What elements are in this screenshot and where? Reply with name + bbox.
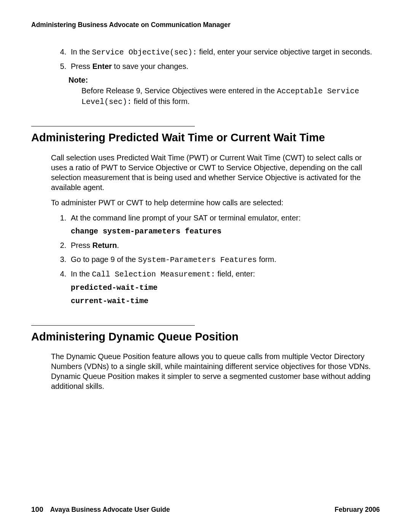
- step-5-bold: Enter: [92, 62, 112, 70]
- s1-step-3-suffix: form.: [257, 255, 276, 264]
- page-content: Administering Business Advocate on Commu…: [31, 21, 380, 396]
- running-head: Administering Business Advocate on Commu…: [31, 21, 380, 29]
- step-4-mono: Service Objective(sec):: [92, 48, 197, 57]
- footer-left: 100 Avaya Business Advocate User Guide: [31, 505, 170, 514]
- section1-title: Administering Predicted Wait Time or Cur…: [31, 131, 380, 144]
- section-rule-1: [31, 126, 195, 126]
- step-4: In the Service Objective(sec): field, en…: [68, 47, 380, 58]
- footer-date: February 2006: [335, 506, 380, 514]
- s1-step-4-cmd1: predicted-wait-time: [71, 283, 380, 293]
- s1-step-4-mono: Call Selection Measurement:: [92, 270, 215, 279]
- section2-para1: The Dynamic Queue Position feature allow…: [51, 351, 380, 391]
- section-rule-2: [31, 325, 195, 326]
- section2-title: Administering Dynamic Queue Position: [31, 330, 380, 343]
- step-5-after: to save your changes.: [112, 62, 188, 70]
- note-after-mono: field of this form.: [132, 97, 190, 105]
- s1-step-2-before: Press: [71, 241, 92, 249]
- section1-body: Call selection uses Predicted Wait Time …: [51, 153, 380, 306]
- s1-step-1-text: At the command line prompt of your SAT o…: [71, 214, 301, 222]
- intro-steps-block: In the Service Objective(sec): field, en…: [51, 47, 380, 72]
- s1-step-4-cmd2: current-wait-time: [71, 296, 380, 306]
- section1-para1: Call selection uses Predicted Wait Time …: [51, 153, 380, 192]
- note-before-mono: Before Release 9, Service Objectives wer…: [81, 86, 277, 95]
- s1-step-2: Press Return.: [68, 240, 380, 251]
- section1-para2: To administer PWT or CWT to help determi…: [51, 198, 380, 208]
- s1-step-2-bold: Return: [92, 241, 117, 249]
- s1-step-4: In the Call Selection Measurement: field…: [68, 269, 380, 306]
- s1-step-3-mono: System-Parameters Features: [138, 256, 257, 264]
- step-4-prefix: In the: [71, 48, 92, 56]
- step-5: Press Enter to save your changes.: [68, 61, 380, 72]
- step-4-suffix: field, enter your service objective targ…: [197, 48, 372, 56]
- note-block: Note: Before Release 9, Service Objectiv…: [51, 75, 380, 107]
- note-body: Before Release 9, Service Objectives wer…: [81, 86, 380, 107]
- s1-step-3: Go to page 9 of the System-Parameters Fe…: [68, 254, 380, 265]
- section1-steps: At the command line prompt of your SAT o…: [51, 213, 380, 306]
- note-label: Note:: [68, 75, 380, 85]
- s1-step-3-prefix: Go to page 9 of the: [71, 255, 138, 264]
- page-number: 100: [31, 505, 43, 514]
- intro-steps-list: In the Service Objective(sec): field, en…: [51, 47, 380, 72]
- s1-step-4-suffix: field, enter:: [215, 270, 255, 278]
- s1-step-4-prefix: In the: [71, 270, 92, 278]
- s1-step-2-after: .: [117, 241, 119, 249]
- s1-step-1: At the command line prompt of your SAT o…: [68, 213, 380, 236]
- page-footer: 100 Avaya Business Advocate User Guide F…: [31, 505, 380, 514]
- section2-body: The Dynamic Queue Position feature allow…: [51, 351, 380, 391]
- step-5-before: Press: [71, 62, 92, 70]
- guide-title: Avaya Business Advocate User Guide: [50, 506, 170, 514]
- s1-step-1-cmd: change system-parameters features: [71, 226, 380, 236]
